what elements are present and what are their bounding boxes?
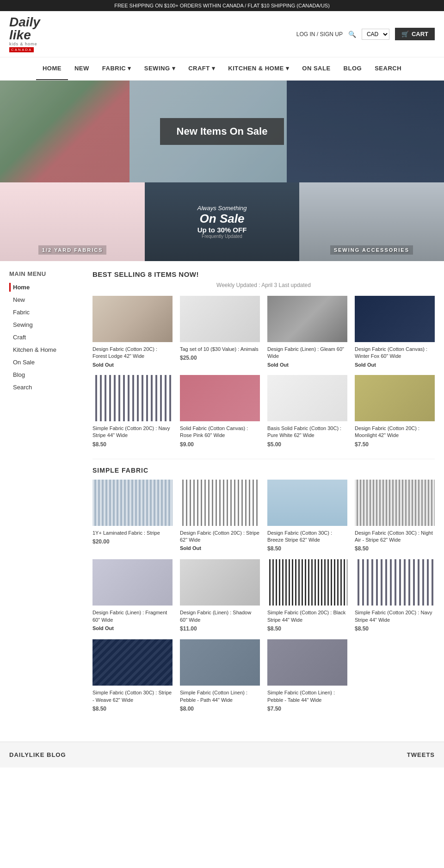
product-price: $9.00 <box>180 441 260 448</box>
product-thumbnail <box>267 639 347 686</box>
sidebar-item-craft[interactable]: Craft <box>9 333 83 342</box>
product-thumbnail <box>92 559 173 606</box>
simple-fabric-item[interactable]: Design Fabric (Cotton 30C) : Night Air -… <box>355 480 435 552</box>
nav-onsale[interactable]: ON SALE <box>296 57 337 80</box>
sub-banner-sale[interactable]: Always Something On Sale Up to 30% OFF F… <box>145 182 299 261</box>
cart-label: CART <box>412 31 428 37</box>
simple-fabric-title: SIMPLE FABRIC <box>92 459 435 474</box>
sub-banner-fabric-label: 1/2 YARD FABRICS <box>38 245 107 255</box>
bestselling-item[interactable]: Design Fabric (Linen) : Gleam 60" Wide S… <box>267 296 347 368</box>
product-price: $8.50 <box>355 545 435 552</box>
sidebar-item-fabric[interactable]: Fabric <box>9 308 83 317</box>
simple-fabric-item[interactable]: Simple Fabric (Cotton Linen) : Pebble - … <box>267 639 347 712</box>
sale-always: Always Something <box>197 205 247 212</box>
bestselling-item[interactable]: Solid Fabric (Cotton Canvas) : Rose Pink… <box>180 375 260 448</box>
sidebar-item-onsale[interactable]: On Sale <box>9 358 83 367</box>
cart-icon: 🛒 <box>401 31 409 37</box>
product-price: $20.00 <box>92 538 173 545</box>
simple-fabric-item[interactable]: Design Fabric (Linen) : Fragment 60" Wid… <box>92 559 173 632</box>
top-bar: FREE SHIPPING ON $100+ ORDERS WITHIN CAN… <box>0 0 444 11</box>
product-thumbnail <box>267 296 347 342</box>
main-content: MAIN MENU Home New Fabric Sewing Craft K… <box>0 261 444 732</box>
sold-out-badge: Sold Out <box>180 545 260 551</box>
sidebar-item-new[interactable]: New <box>9 295 83 304</box>
footer: DAILYLIKE BLOG TWEETS <box>0 742 444 768</box>
product-thumbnail <box>355 375 435 421</box>
bestselling-item[interactable]: Basis Solid Fabric (Cotton 30C) : Pure W… <box>267 375 347 448</box>
product-price: $8.00 <box>180 706 260 712</box>
nav-new[interactable]: NEW <box>68 57 96 80</box>
login-link[interactable]: LOG IN / SIGN UP <box>296 31 343 37</box>
product-price: $11.00 <box>180 625 260 632</box>
sidebar-title: MAIN MENU <box>9 270 83 277</box>
nav-home[interactable]: HOME <box>36 57 68 80</box>
sale-on-sale: On Sale <box>197 212 247 226</box>
hero-banner[interactable]: New Items On Sale <box>0 81 444 182</box>
product-price: $8.50 <box>267 545 347 552</box>
bestselling-item[interactable]: Design Fabric (Cotton 20C) : Moonlight 4… <box>355 375 435 448</box>
product-thumbnail <box>180 375 260 421</box>
simple-fabric-item[interactable]: Simple Fabric (Cotton 20C) : Black Strip… <box>267 559 347 632</box>
product-price: $8.50 <box>92 706 173 712</box>
nav-sewing[interactable]: SEWING ▾ <box>138 57 182 80</box>
bestselling-item[interactable]: Simple Fabric (Cotton 20C) : Navy Stripe… <box>92 375 173 448</box>
nav-kitchen[interactable]: KITCHEN & HOME ▾ <box>222 57 296 80</box>
product-name: Simple Fabric (Cotton 30C) : Stripe - We… <box>92 689 173 704</box>
search-icon[interactable]: 🔍 <box>348 31 356 38</box>
product-thumbnail <box>180 559 260 606</box>
product-price: $5.00 <box>267 441 347 448</box>
sub-banner-sewing[interactable]: SEWING ACCESSORIES <box>299 182 444 261</box>
bestselling-item[interactable]: Tag set of 10 ($30 Value) : Animals $25.… <box>180 296 260 368</box>
sidebar-item-kitchen[interactable]: Kitchen & Home <box>9 345 83 354</box>
product-name: Design Fabric (Cotton 30C) : Breeze Stri… <box>267 530 347 544</box>
product-name: Design Fabric (Cotton Canvas) : Winter F… <box>355 346 435 360</box>
currency-selector[interactable]: CAD <box>362 29 389 40</box>
product-thumbnail <box>355 559 435 606</box>
product-thumbnail <box>180 639 260 686</box>
product-thumbnail <box>355 480 435 526</box>
sidebar-item-blog[interactable]: Blog <box>9 370 83 379</box>
simple-fabric-item[interactable]: Simple Fabric (Cotton 30C) : Stripe - We… <box>92 639 173 712</box>
products-area: BEST SELLING 8 ITEMS NOW! Weekly Updated… <box>92 270 435 723</box>
simple-fabric-item[interactable]: Simple Fabric (Cotton Linen) : Pebble - … <box>180 639 260 712</box>
footer-blog: DAILYLIKE BLOG <box>9 751 66 758</box>
sale-up-to: Up to 30% OFF <box>197 226 247 234</box>
sidebar-item-sewing[interactable]: Sewing <box>9 320 83 329</box>
simple-fabric-item[interactable]: Design Fabric (Cotton 30C) : Breeze Stri… <box>267 480 347 552</box>
sold-out-badge: Sold Out <box>92 625 173 631</box>
nav-search[interactable]: SEARCH <box>368 57 408 80</box>
product-name: Simple Fabric (Cotton Linen) : Pebble - … <box>180 689 260 704</box>
simple-fabric-item[interactable]: Design Fabric (Linen) : Shadow 60" Wide … <box>180 559 260 632</box>
sidebar-item-home[interactable]: Home <box>9 283 83 292</box>
product-thumbnail <box>92 639 173 686</box>
header-right: LOG IN / SIGN UP 🔍 CAD 🛒 CART <box>296 28 435 40</box>
product-name: Simple Fabric (Cotton Linen) : Pebble - … <box>267 689 347 704</box>
nav-craft[interactable]: CRAFT ▾ <box>182 57 222 80</box>
logo[interactable]: Dailylike kids & home CANADA <box>9 16 40 52</box>
logo-sub: kids & home <box>9 42 37 46</box>
simple-fabric-grid: 1Y+ Laminated Fabric : Stripe $20.00 Des… <box>92 480 435 712</box>
product-name: Solid Fabric (Cotton Canvas) : Rose Pink… <box>180 425 260 439</box>
product-thumbnail <box>267 375 347 421</box>
logo-canada: CANADA <box>9 47 34 52</box>
sidebar-item-search[interactable]: Search <box>9 383 83 392</box>
product-thumbnail <box>92 375 173 421</box>
simple-fabric-item[interactable]: Simple Fabric (Cotton 20C) : Navy Stripe… <box>355 559 435 632</box>
product-name: Design Fabric (Cotton 30C) : Night Air -… <box>355 530 435 544</box>
sold-out-badge: Sold Out <box>267 362 347 368</box>
simple-fabric-item[interactable]: 1Y+ Laminated Fabric : Stripe $20.00 <box>92 480 173 552</box>
hero-badge: New Items On Sale <box>160 118 284 145</box>
nav-blog[interactable]: BLOG <box>337 57 369 80</box>
simple-fabric-item[interactable]: Design Fabric (Cotton 20C) : Stripe 62" … <box>180 480 260 552</box>
bestselling-item[interactable]: Design Fabric (Cotton Canvas) : Winter F… <box>355 296 435 368</box>
sub-banner-fabric[interactable]: 1/2 YARD FABRICS <box>0 182 145 261</box>
sidebar: MAIN MENU Home New Fabric Sewing Craft K… <box>9 270 83 723</box>
product-thumbnail <box>355 296 435 342</box>
nav-fabric[interactable]: FABRIC ▾ <box>96 57 138 80</box>
product-name: Tag set of 10 ($30 Value) : Animals <box>180 346 260 353</box>
bestselling-item[interactable]: Design Fabric (Cotton 20C) : Forest Lodg… <box>92 296 173 368</box>
shipping-message: FREE SHIPPING ON $100+ ORDERS WITHIN CAN… <box>114 3 330 8</box>
product-name: Simple Fabric (Cotton 20C) : Black Strip… <box>267 609 347 624</box>
product-thumbnail <box>180 296 260 342</box>
cart-button[interactable]: 🛒 CART <box>395 28 435 40</box>
